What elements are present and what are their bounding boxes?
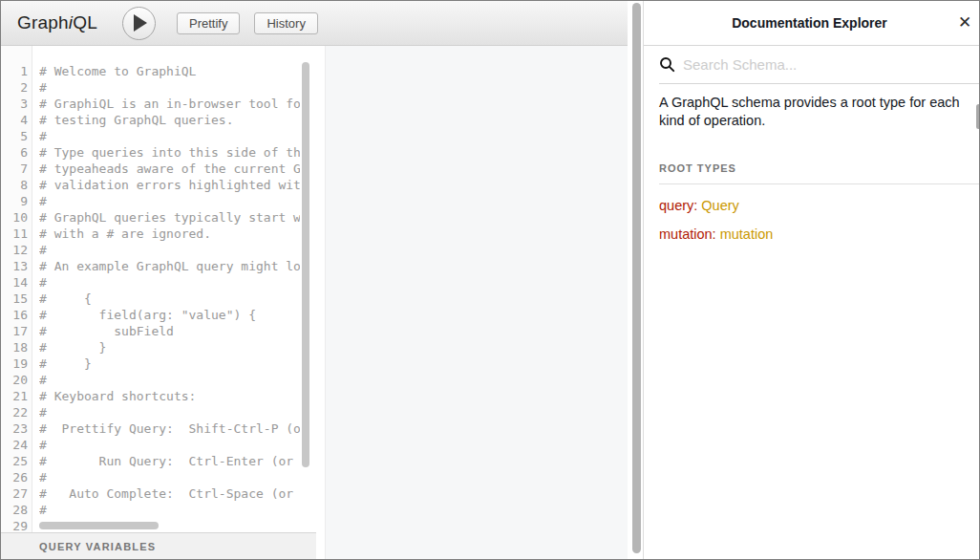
editor-line[interactable]: 7# typeaheads aware of the current Graph… bbox=[1, 161, 316, 177]
editor-line[interactable]: 2# bbox=[1, 79, 316, 96]
line-number: 26 bbox=[1, 469, 28, 485]
execute-query-button[interactable] bbox=[122, 7, 156, 40]
editor-horizontal-scrollbar[interactable] bbox=[39, 522, 159, 529]
line-number: 23 bbox=[1, 420, 28, 437]
logo-text-post: QL bbox=[73, 12, 97, 32]
close-icon[interactable]: ✕ bbox=[948, 14, 980, 32]
line-text: # GraphQL queries typically start with a… bbox=[39, 209, 300, 226]
editor-line[interactable]: 11# with a # are ignored. bbox=[1, 226, 316, 242]
editor-line[interactable]: 9# bbox=[1, 193, 316, 209]
editor-line[interactable]: 15# { bbox=[1, 291, 316, 307]
editor-line[interactable]: 4# testing GraphQL queries. bbox=[1, 112, 316, 128]
line-number: 2 bbox=[1, 79, 28, 96]
line-text: # bbox=[39, 502, 300, 518]
query-editor-pane[interactable]: 1# Welcome to GraphiQL2#3# GraphiQL is a… bbox=[1, 46, 316, 532]
doc-explorer-header: Documentation Explorer ✕ bbox=[644, 1, 980, 46]
line-number: 4 bbox=[1, 112, 28, 128]
schema-description-text: A GraphQL schema provides a root type fo… bbox=[644, 84, 980, 130]
editor-line[interactable]: 25# Run Query: Ctrl-Enter (or press the … bbox=[1, 453, 316, 469]
line-number: 15 bbox=[1, 291, 28, 307]
editor-line[interactable]: 13# An example GraphQL query might look … bbox=[1, 258, 316, 274]
line-text: # bbox=[39, 469, 300, 485]
editor-line[interactable]: 28# bbox=[1, 502, 316, 518]
toolbar: GraphiQL Prettify History bbox=[1, 1, 628, 46]
line-text: # bbox=[39, 79, 300, 96]
line-number: 6 bbox=[1, 144, 28, 161]
editor-line[interactable]: 5# bbox=[1, 128, 316, 144]
line-text: # Prettify Query: Shift-Ctrl-P (or press… bbox=[39, 420, 300, 437]
line-number: 10 bbox=[1, 209, 28, 226]
line-text: # validation errors highlighted within t… bbox=[39, 177, 300, 193]
editor-line[interactable]: 3# GraphiQL is an in-browser tool for wr… bbox=[1, 96, 316, 112]
editor-line[interactable]: 10# GraphQL queries typically start with… bbox=[1, 209, 316, 226]
line-number: 21 bbox=[1, 388, 28, 404]
page-scrollbar-thumb[interactable] bbox=[632, 3, 641, 553]
line-number: 1 bbox=[1, 63, 28, 79]
doc-explorer-title: Documentation Explorer bbox=[644, 15, 948, 31]
search-icon bbox=[659, 56, 675, 73]
editor-line[interactable]: 21# Keyboard shortcuts: bbox=[1, 388, 316, 404]
editor-line[interactable]: 14# bbox=[1, 274, 316, 291]
editor-line[interactable]: 17# subField bbox=[1, 323, 316, 339]
editor-vertical-scrollbar[interactable] bbox=[302, 62, 309, 467]
documentation-explorer-panel: Documentation Explorer ✕ A GraphQL schem… bbox=[643, 1, 980, 560]
root-type-row: mutation: mutation bbox=[659, 226, 966, 242]
line-number: 7 bbox=[1, 161, 28, 177]
line-number: 8 bbox=[1, 177, 28, 193]
search-schema-input[interactable] bbox=[683, 56, 966, 73]
editor-line[interactable]: 12# bbox=[1, 242, 316, 258]
editor-lines[interactable]: 1# Welcome to GraphiQL2#3# GraphiQL is a… bbox=[1, 63, 316, 532]
logo-text-pre: Graph bbox=[17, 12, 69, 32]
line-text: # with a # are ignored. bbox=[39, 226, 300, 242]
line-text: # bbox=[39, 193, 300, 209]
editor-line[interactable]: 27# Auto Complete: Ctrl-Space (or just s… bbox=[1, 485, 316, 502]
line-number: 24 bbox=[1, 437, 28, 453]
editor-line[interactable]: 20# bbox=[1, 372, 316, 388]
line-text: # Welcome to GraphiQL bbox=[39, 63, 300, 79]
editor-line[interactable]: 19# } bbox=[1, 355, 316, 372]
line-text: # bbox=[39, 242, 300, 258]
line-text: # field(arg: "value") { bbox=[39, 307, 300, 323]
line-text: # An example GraphQL query might look li… bbox=[39, 258, 300, 274]
root-type-field-link[interactable]: query: bbox=[659, 198, 697, 213]
line-number: 16 bbox=[1, 307, 28, 323]
editor-line[interactable]: 6# Type queries into this side of the sc… bbox=[1, 144, 316, 161]
root-type-name-link[interactable]: Query bbox=[701, 198, 739, 213]
editor-result-divider[interactable] bbox=[316, 46, 326, 560]
line-number: 29 bbox=[1, 518, 28, 532]
graphiql-logo: GraphiQL bbox=[17, 12, 97, 33]
prettify-button[interactable]: Prettify bbox=[177, 12, 240, 34]
line-text: # { bbox=[39, 291, 300, 307]
line-number: 11 bbox=[1, 226, 28, 242]
editor-line[interactable]: 16# field(arg: "value") { bbox=[1, 307, 316, 323]
root-type-row: query: Query bbox=[659, 198, 966, 213]
line-number: 13 bbox=[1, 258, 28, 274]
root-type-field-link[interactable]: mutation: bbox=[659, 226, 716, 242]
editor-line[interactable]: 8# validation errors highlighted within … bbox=[1, 177, 316, 193]
editor-line[interactable]: 1# Welcome to GraphiQL bbox=[1, 63, 316, 79]
graphiql-window: GraphiQL Prettify History 1# Welcome to … bbox=[0, 0, 980, 560]
play-icon bbox=[134, 14, 147, 32]
editor-line[interactable]: 18# } bbox=[1, 339, 316, 355]
editor-line[interactable]: 26# bbox=[1, 469, 316, 485]
line-text: # } bbox=[39, 339, 300, 355]
line-number: 18 bbox=[1, 339, 28, 355]
editor-line[interactable]: 23# Prettify Query: Shift-Ctrl-P (or pre… bbox=[1, 420, 316, 437]
history-button[interactable]: History bbox=[254, 12, 317, 34]
line-number: 5 bbox=[1, 128, 28, 144]
line-number: 14 bbox=[1, 274, 28, 291]
doc-panel-scrollbar-thumb[interactable] bbox=[976, 104, 980, 129]
query-variables-title: QUERY VARIABLES bbox=[39, 541, 156, 552]
editor-line[interactable]: 24# bbox=[1, 437, 316, 453]
line-text: # typeaheads aware of the current GraphQ… bbox=[39, 161, 300, 177]
line-number: 12 bbox=[1, 242, 28, 258]
line-text: # Type queries into this side of the scr… bbox=[39, 144, 300, 161]
root-type-name-link[interactable]: mutation bbox=[720, 226, 774, 242]
line-text: # testing GraphQL queries. bbox=[39, 112, 300, 128]
line-number: 3 bbox=[1, 96, 28, 112]
line-number: 9 bbox=[1, 193, 28, 209]
line-number: 28 bbox=[1, 502, 28, 518]
line-number: 17 bbox=[1, 323, 28, 339]
editor-line[interactable]: 22# bbox=[1, 404, 316, 420]
query-variables-bar[interactable]: QUERY VARIABLES bbox=[1, 532, 316, 560]
